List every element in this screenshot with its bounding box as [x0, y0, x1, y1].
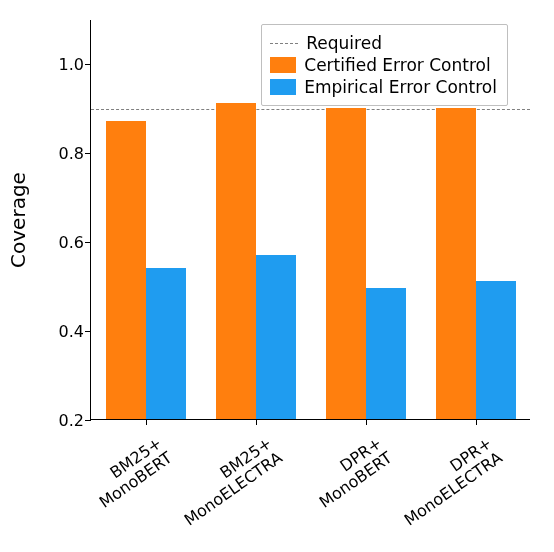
y-tick-label: 1.0	[59, 55, 84, 74]
plot-area: Required Certified Error Control Empiric…	[90, 20, 530, 420]
bar-certified	[106, 121, 146, 419]
y-tick	[85, 420, 91, 421]
x-tick	[146, 419, 147, 425]
legend-entry-required: Required	[270, 33, 497, 53]
y-tick	[85, 331, 91, 332]
dashed-line-icon	[270, 43, 298, 44]
y-tick	[85, 242, 91, 243]
legend-entry-empirical: Empirical Error Control	[270, 77, 497, 97]
bar-certified	[326, 108, 366, 419]
bar-empirical	[476, 281, 516, 419]
y-tick-label: 0.2	[59, 411, 84, 430]
legend: Required Certified Error Control Empiric…	[261, 24, 508, 106]
y-axis-label: Coverage	[6, 172, 30, 268]
bar-empirical	[256, 255, 296, 419]
bar-empirical	[146, 268, 186, 419]
bar-certified	[436, 108, 476, 419]
bar-empirical	[366, 288, 406, 419]
y-tick-label: 0.6	[59, 233, 84, 252]
swatch-icon	[270, 57, 296, 73]
y-tick	[85, 153, 91, 154]
y-tick	[85, 64, 91, 65]
y-tick-label: 0.4	[59, 322, 84, 341]
chart-figure: Coverage Required Certified Error Contro…	[0, 0, 554, 552]
legend-label: Certified Error Control	[304, 55, 490, 75]
bar-certified	[216, 103, 256, 419]
x-tick	[476, 419, 477, 425]
swatch-icon	[270, 79, 296, 95]
x-tick	[256, 419, 257, 425]
legend-entry-certified: Certified Error Control	[270, 55, 497, 75]
legend-label: Empirical Error Control	[304, 77, 497, 97]
legend-label: Required	[306, 33, 382, 53]
y-tick-label: 0.8	[59, 144, 84, 163]
x-tick	[366, 419, 367, 425]
